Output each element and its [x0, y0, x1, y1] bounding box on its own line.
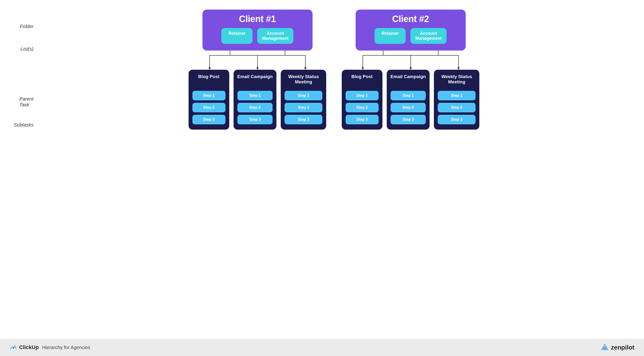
client2-blog-step1: Step 1 [346, 91, 378, 100]
client1-task-email-campaign: Email Campaign Step 1 Step 2 Step 3 [234, 70, 277, 130]
client2-list-account-mgmt: Account Management [410, 28, 446, 44]
client1-email-step1: Step 1 [238, 91, 273, 100]
labels-column: Folder List(s) ParentTask Subtasks [10, 10, 34, 128]
client1-lists-row: Retainer Account Management [221, 28, 293, 44]
client2-list-retainer: Retainer [374, 28, 406, 44]
client2-blog-step2: Step 2 [346, 103, 378, 112]
client1-connectors [188, 51, 327, 70]
client2-blog-step3: Step 3 [346, 115, 378, 124]
svg-marker-15 [457, 67, 460, 70]
svg-marker-6 [304, 67, 306, 70]
label-folder: Folder [20, 24, 34, 29]
client2-weekly-meeting-title: Weekly Status Meeting [438, 74, 476, 86]
client1-weekly-step2: Step 2 [284, 103, 322, 112]
client1-email-step2: Step 2 [238, 103, 273, 112]
client2-lists-row: Retainer Account Management [374, 28, 446, 44]
svg-marker-14 [410, 67, 412, 70]
client1-list-account-mgmt: Account Management [257, 28, 293, 44]
client1-wrapper: Client #1 Retainer Account Management [188, 10, 327, 130]
footer-left: ClickUp Hierarchy for Agencies [10, 343, 90, 351]
client2-wrapper: Client #2 Retainer Account Management [341, 10, 480, 130]
client1-task-blog-post: Blog Post Step 1 Step 2 Step 3 [188, 70, 229, 130]
client1-weekly-meeting-title: Weekly Status Meeting [284, 74, 322, 86]
client1-blog-post-title: Blog Post [198, 74, 220, 86]
client1-weekly-step3: Step 3 [284, 115, 322, 124]
clickup-logo: ClickUp [10, 343, 39, 351]
label-lists: List(s) [20, 46, 34, 52]
zenpilot-icon [600, 343, 609, 352]
client2-task-weekly-meeting: Weekly Status Meeting Step 1 Step 2 Step… [434, 70, 479, 130]
client1-blog-step3: Step 3 [192, 115, 226, 124]
client1-email-step3: Step 3 [238, 115, 273, 124]
client2-weekly-step1: Step 1 [438, 91, 476, 100]
client2-email-step1: Step 1 [390, 91, 426, 100]
client2-folder: Client #2 Retainer Account Management [356, 10, 466, 51]
client1-tasks-row: Blog Post Step 1 Step 2 Step 3 Email Cam… [188, 70, 326, 130]
zenpilot-brand-text: zenpilot [611, 344, 634, 351]
client2-title: Client #2 [392, 14, 429, 24]
client1-connector-svg [188, 51, 327, 70]
client2-blog-post-title: Blog Post [351, 74, 372, 86]
client1-list-retainer: Retainer [221, 28, 252, 44]
footer: ClickUp Hierarchy for Agencies zenpilot [0, 339, 644, 356]
clickup-icon [10, 343, 17, 351]
client2-email-campaign-title: Email Campaign [390, 74, 426, 86]
svg-marker-13 [362, 67, 364, 70]
client2-task-blog-post: Blog Post Step 1 Step 2 Step 3 [342, 70, 382, 130]
zenpilot-logo: zenpilot [600, 343, 634, 352]
client2-tasks-row: Blog Post Step 1 Step 2 Step 3 Email Cam… [342, 70, 480, 130]
client2-weekly-step3: Step 3 [438, 115, 476, 124]
label-subtasks: Subtasks [14, 122, 34, 128]
client2-task-email-campaign: Email Campaign Step 1 Step 2 Step 3 [387, 70, 430, 130]
client1-weekly-step1: Step 1 [284, 91, 322, 100]
clickup-brand-text: ClickUp [19, 344, 39, 350]
footer-description: Hierarchy for Agencies [42, 345, 90, 350]
svg-marker-4 [208, 67, 211, 70]
client1-title: Client #1 [239, 14, 276, 24]
client2-weekly-step2: Step 2 [438, 103, 476, 112]
client2-connectors [341, 51, 480, 70]
client1-folder: Client #1 Retainer Account Management [202, 10, 312, 51]
clients-area: Client #1 Retainer Account Management [34, 10, 634, 130]
client2-email-step3: Step 3 [390, 115, 426, 124]
diagram-container: Folder List(s) ParentTask Subtasks Clien… [10, 7, 634, 130]
client1-blog-step2: Step 2 [192, 103, 226, 112]
client1-task-weekly-meeting: Weekly Status Meeting Step 1 Step 2 Step… [281, 70, 326, 130]
client1-blog-step1: Step 1 [192, 91, 226, 100]
svg-marker-5 [256, 67, 259, 70]
client2-email-step2: Step 2 [390, 103, 426, 112]
client1-email-campaign-title: Email Campaign [238, 74, 273, 86]
client2-connector-svg [341, 51, 480, 70]
label-parent-task: ParentTask [20, 96, 34, 108]
main-content: Folder List(s) ParentTask Subtasks Clien… [0, 0, 644, 339]
